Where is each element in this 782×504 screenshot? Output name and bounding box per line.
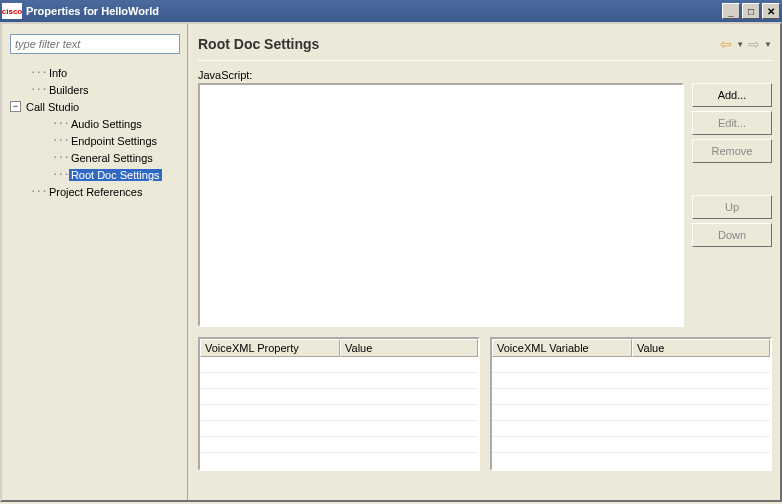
edit-button[interactable]: Edit... [692,111,772,135]
property-value-header[interactable]: Value [340,339,478,357]
separator [198,60,772,61]
tree-item-info[interactable]: ···Info [12,64,181,81]
titlebar: cisco Properties for HelloWorld _ □ ✕ [0,0,782,22]
variable-col-header[interactable]: VoiceXML Variable [492,339,632,357]
maximize-button[interactable]: □ [742,3,760,19]
tree-item-projectrefs[interactable]: ···Project References [12,183,181,200]
filter-input[interactable] [10,34,180,54]
settings-panel: Root Doc Settings ⇦ ▼ ⇨ ▼ JavaScript: Ad… [188,24,780,500]
tree-item-builders[interactable]: ···Builders [12,81,181,98]
nav-arrows: ⇦ ▼ ⇨ ▼ [720,36,772,52]
javascript-list[interactable] [198,83,684,327]
back-menu-icon[interactable]: ▼ [736,40,744,49]
voicexml-variable-table[interactable]: VoiceXML Variable Value [490,337,772,471]
forward-menu-icon[interactable]: ▼ [764,40,772,49]
remove-button[interactable]: Remove [692,139,772,163]
javascript-label: JavaScript: [198,69,772,81]
close-button[interactable]: ✕ [762,3,780,19]
tree-item-general[interactable]: ···General Settings [12,149,181,166]
button-column: Add... Edit... Remove Up Down [692,83,772,327]
tree-item-callstudio[interactable]: −Call Studio [12,98,181,115]
navigation-panel: ···Info ···Builders −Call Studio ···Audi… [2,24,188,500]
down-button[interactable]: Down [692,223,772,247]
window-title: Properties for HelloWorld [26,5,722,17]
app-logo: cisco [2,3,22,19]
minimize-button[interactable]: _ [722,3,740,19]
collapse-icon[interactable]: − [10,101,21,112]
voicexml-property-table[interactable]: VoiceXML Property Value [198,337,480,471]
content-area: ···Info ···Builders −Call Studio ···Audi… [0,22,782,502]
back-arrow-icon[interactable]: ⇦ [720,36,732,52]
property-col-header[interactable]: VoiceXML Property [200,339,340,357]
variable-value-header[interactable]: Value [632,339,770,357]
forward-arrow-icon[interactable]: ⇨ [748,36,760,52]
add-button[interactable]: Add... [692,83,772,107]
nav-tree: ···Info ···Builders −Call Studio ···Audi… [10,64,181,200]
tree-item-audio[interactable]: ···Audio Settings [12,115,181,132]
up-button[interactable]: Up [692,195,772,219]
tree-item-endpoint[interactable]: ···Endpoint Settings [12,132,181,149]
page-title: Root Doc Settings [198,36,720,52]
tree-item-rootdoc[interactable]: ···Root Doc Settings [12,166,181,183]
